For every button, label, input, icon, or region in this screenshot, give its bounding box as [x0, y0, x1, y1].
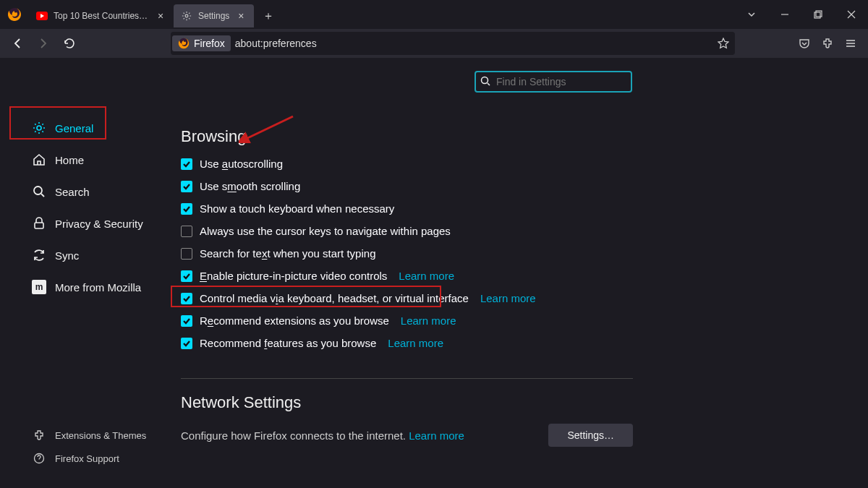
option-recommend-features[interactable]: Recommend features as you browse Learn m… — [181, 337, 839, 349]
checkbox-icon — [181, 158, 192, 170]
learn-more-link[interactable]: Learn more — [401, 314, 456, 327]
checkbox-icon — [181, 338, 192, 349]
checkbox-icon — [181, 226, 192, 237]
network-settings-button[interactable]: Settings… — [548, 424, 633, 447]
bookmark-star-icon[interactable] — [713, 38, 733, 49]
option-label: Use autoscrolling — [200, 158, 283, 170]
list-all-tabs-button[interactable] — [735, 0, 768, 29]
option-label: Control media via keyboard, headset, or … — [200, 292, 469, 304]
tab-youtube[interactable]: Top 10 Best Countries To Live In × — [29, 4, 174, 27]
checkbox-icon — [181, 248, 192, 260]
learn-more-link[interactable]: Learn more — [399, 270, 454, 282]
learn-more-link[interactable]: Learn more — [388, 337, 443, 349]
sidebar-item-general[interactable]: General — [25, 114, 159, 142]
puzzle-icon — [32, 428, 46, 442]
sidebar-label: Firefox Support — [55, 453, 119, 464]
mozilla-icon: m — [32, 280, 46, 294]
minimize-button[interactable] — [768, 0, 801, 29]
option-label: Always use the cursor keys to navigate w… — [200, 225, 451, 237]
option-touch-keyboard[interactable]: Show a touch keyboard when necessary — [181, 202, 839, 215]
checkbox-icon — [181, 315, 192, 327]
home-icon — [32, 153, 46, 167]
address-text: about:preferences — [235, 38, 713, 49]
sidebar-extensions-themes[interactable]: Extensions & Themes — [25, 424, 159, 446]
network-row: Configure how Firefox connects to the in… — [181, 424, 633, 447]
tab-settings[interactable]: Settings × — [174, 4, 254, 27]
option-recommend-extensions[interactable]: Recommend extensions as you browse Learn… — [181, 314, 839, 327]
svg-rect-5 — [816, 11, 822, 17]
tab-label: Top 10 Best Countries To Live In — [54, 11, 149, 21]
svg-point-14 — [37, 126, 41, 130]
back-button[interactable] — [6, 32, 29, 55]
search-icon — [480, 76, 490, 88]
network-description: Configure how Firefox connects to the in… — [181, 429, 464, 442]
option-cursor-keys[interactable]: Always use the cursor keys to navigate w… — [181, 225, 839, 237]
youtube-icon — [36, 10, 48, 22]
settings-search-input[interactable] — [475, 71, 632, 93]
forward-button[interactable] — [32, 32, 55, 55]
option-label: Recommend extensions as you browse — [200, 314, 389, 327]
sidebar-item-more-mozilla[interactable]: m More from Mozilla — [25, 273, 159, 301]
option-pip[interactable]: Enable picture-in-picture video controls… — [181, 270, 839, 282]
svg-rect-4 — [814, 12, 820, 18]
sidebar-item-sync[interactable]: Sync — [25, 241, 159, 269]
lock-icon — [32, 216, 46, 231]
help-icon — [32, 451, 46, 466]
tab-strip: Top 10 Best Countries To Live In × Setti… — [29, 0, 735, 29]
identity-box[interactable]: Firefox — [172, 35, 231, 51]
svg-line-16 — [41, 194, 44, 197]
section-title: Browsing — [181, 127, 839, 146]
settings-sidebar: General Home Search Privacy & Security S… — [0, 58, 166, 488]
sidebar-item-home[interactable]: Home — [25, 146, 159, 174]
svg-line-13 — [488, 83, 490, 85]
svg-text:m: m — [35, 282, 43, 292]
tab-label: Settings — [198, 11, 229, 21]
option-label: Recommend features as you browse — [200, 337, 376, 349]
option-search-text[interactable]: Search for text when you start typing — [181, 247, 839, 260]
option-label: Enable picture-in-picture video controls — [200, 270, 387, 282]
network-title: Network Settings — [181, 393, 839, 412]
search-icon — [32, 184, 46, 199]
option-label: Show a touch keyboard when necessary — [200, 202, 394, 215]
nav-toolbar: Firefox about:preferences — [0, 29, 868, 58]
option-autoscroll[interactable]: Use autoscrolling — [181, 158, 839, 170]
sidebar-label: Privacy & Security — [55, 218, 143, 230]
learn-more-link[interactable]: Learn more — [480, 292, 536, 304]
option-media-keys[interactable]: Control media via keyboard, headset, or … — [181, 292, 839, 304]
sync-icon — [32, 248, 46, 262]
separator — [181, 378, 633, 379]
pocket-button[interactable] — [793, 32, 816, 55]
svg-point-2 — [185, 14, 188, 17]
reload-button[interactable] — [58, 32, 81, 55]
gear-icon — [181, 10, 192, 22]
sidebar-item-privacy[interactable]: Privacy & Security — [25, 210, 159, 237]
settings-search — [475, 71, 632, 93]
sidebar-item-search[interactable]: Search — [25, 178, 159, 205]
sidebar-label: Search — [55, 186, 90, 198]
checkbox-icon — [181, 203, 192, 215]
maximize-button[interactable] — [801, 0, 835, 29]
checkbox-icon — [181, 270, 192, 282]
close-icon[interactable]: × — [235, 10, 247, 22]
svg-point-15 — [34, 187, 42, 194]
option-label: Use smooth scrolling — [200, 180, 300, 192]
url-bar[interactable]: Firefox about:preferences — [171, 32, 735, 55]
sidebar-label: General — [55, 122, 93, 134]
new-tab-button[interactable]: ＋ — [258, 6, 278, 26]
identity-label: Firefox — [194, 38, 225, 49]
close-icon[interactable]: × — [155, 10, 166, 22]
app-menu-button[interactable] — [839, 32, 862, 55]
sidebar-label: More from Mozilla — [55, 281, 141, 294]
learn-more-link[interactable]: Learn more — [409, 429, 464, 442]
checkbox-icon — [181, 181, 192, 192]
option-smooth-scroll[interactable]: Use smooth scrolling — [181, 180, 839, 192]
close-window-button[interactable] — [835, 0, 868, 29]
svg-rect-17 — [35, 223, 43, 228]
checkbox-icon — [181, 293, 192, 304]
settings-main: Browsing Use autoscrolling Use smooth sc… — [166, 58, 868, 488]
extensions-button[interactable] — [816, 32, 839, 55]
sidebar-firefox-support[interactable]: Firefox Support — [25, 448, 159, 469]
firefox-icon — [178, 38, 190, 49]
firefox-appicon — [0, 0, 29, 29]
svg-point-12 — [482, 77, 488, 84]
